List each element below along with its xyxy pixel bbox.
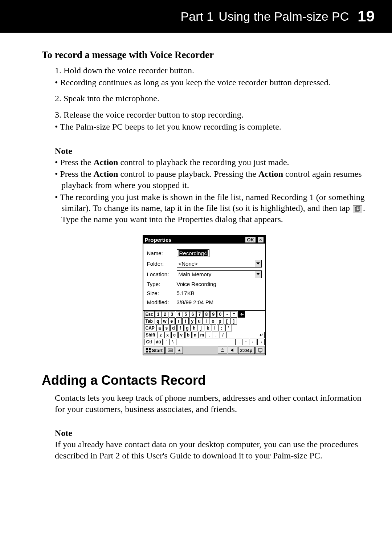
ok-button[interactable]: OK: [245, 237, 256, 243]
chevron-down-icon[interactable]: [255, 271, 261, 278]
step-2-num: 2.: [55, 94, 64, 103]
enter-key[interactable]: ↵: [226, 332, 264, 338]
kbd-key[interactable]: 2: [162, 311, 168, 318]
kbd-key[interactable]: 9: [210, 311, 217, 318]
step-3-text: Release the voice recorder button to sto…: [64, 110, 244, 119]
kbd-key[interactable]: Shift: [144, 332, 157, 338]
step-1: 1. Hold down the voice recorder button.: [55, 65, 367, 76]
kbd-key[interactable]: ]: [230, 318, 237, 325]
kbd-key[interactable]: CAP: [144, 325, 156, 331]
kbd-key[interactable]: k: [205, 325, 211, 331]
kbd-key[interactable]: j: [198, 325, 204, 331]
kbd-row-3: CAP a s d f g h j k l ; ': [144, 325, 265, 331]
desktop-button[interactable]: [256, 347, 265, 354]
kbd-key[interactable]: g: [184, 325, 191, 331]
name-field[interactable]: Recording4: [177, 249, 210, 257]
kbd-row-4: Shift z x c v b n m , . / ↵: [144, 332, 265, 338]
kbd-key[interactable]: /: [220, 332, 226, 338]
kbd-key[interactable]: f: [177, 325, 184, 331]
kbd-key[interactable]: ,: [206, 332, 212, 338]
spacebar-key[interactable]: [177, 339, 236, 345]
header-part: Part 1: [181, 9, 214, 24]
note-label: Note: [55, 146, 367, 156]
label-modified: Modified:: [147, 299, 177, 305]
kbd-key[interactable]: 1: [155, 311, 162, 318]
kbd-key[interactable]: \: [170, 339, 176, 345]
contacts-note-text: If you already have contact data on your…: [55, 439, 367, 461]
taskbar-up[interactable]: [176, 347, 183, 354]
arrow-left-key[interactable]: ←: [250, 339, 257, 345]
step-2-text: Speak into the microphone.: [64, 94, 159, 103]
taskbar-clock[interactable]: 2:04p: [238, 347, 255, 354]
type-value: Voice Recording: [177, 281, 262, 287]
kbd-key[interactable]: `: [163, 339, 170, 345]
contacts-heading: Adding a Contacts Record: [42, 373, 367, 388]
kbd-key[interactable]: c: [171, 332, 178, 338]
kbd-key[interactable]: z: [158, 332, 164, 338]
arrow-right-key[interactable]: →: [257, 339, 265, 345]
kbd-key[interactable]: ;: [219, 325, 225, 331]
arrow-up-key[interactable]: ↑: [243, 339, 249, 345]
kbd-key[interactable]: b: [185, 332, 192, 338]
kbd-key[interactable]: w: [162, 318, 168, 325]
tray-icon-1[interactable]: [218, 347, 227, 354]
kbd-key[interactable]: Tab: [144, 318, 154, 325]
kbd-key[interactable]: i: [203, 318, 209, 325]
kbd-key[interactable]: l: [212, 325, 218, 331]
kbd-key[interactable]: r: [175, 318, 182, 325]
kbd-key[interactable]: p: [217, 318, 223, 325]
step-1-text: Hold down the voice recorder button.: [64, 66, 194, 75]
kbd-key[interactable]: 0: [217, 311, 224, 318]
kbd-key[interactable]: .: [213, 332, 219, 338]
kbd-key[interactable]: áü: [155, 339, 163, 345]
kbd-key[interactable]: Esc: [144, 311, 155, 318]
svg-rect-3: [149, 348, 151, 350]
arrow-down-key[interactable]: ↓: [236, 339, 242, 345]
kbd-key[interactable]: 7: [196, 311, 203, 318]
kbd-key[interactable]: x: [164, 332, 171, 338]
location-combo[interactable]: Main Memory: [177, 270, 262, 278]
note-bullet-1: • Press the Action control to playback t…: [55, 157, 367, 168]
properties-icon: [353, 205, 362, 213]
backspace-key[interactable]: [238, 311, 245, 318]
kbd-key[interactable]: =: [231, 311, 237, 318]
kbd-key[interactable]: t: [182, 318, 189, 325]
keyboard-toggle[interactable]: [166, 347, 175, 354]
kbd-key[interactable]: ': [225, 325, 232, 331]
start-button[interactable]: Start: [144, 347, 165, 354]
kbd-key[interactable]: h: [191, 325, 197, 331]
kbd-key[interactable]: Ctl: [144, 339, 154, 345]
label-folder: Folder:: [147, 261, 177, 267]
chevron-down-icon[interactable]: [255, 260, 261, 267]
folder-combo[interactable]: <None>: [177, 260, 262, 268]
dialog-title: Properties: [145, 237, 244, 243]
kbd-key[interactable]: q: [155, 318, 161, 325]
close-button[interactable]: ×: [257, 237, 264, 243]
kbd-key[interactable]: d: [170, 325, 177, 331]
kbd-key[interactable]: e: [168, 318, 175, 325]
kbd-key[interactable]: a: [156, 325, 163, 331]
kbd-key[interactable]: n: [192, 332, 199, 338]
kbd-key[interactable]: s: [163, 325, 170, 331]
svg-rect-5: [149, 351, 151, 352]
onscreen-keyboard[interactable]: Esc 1 2 3 4 5 6 7 8 9 0 - =: [143, 310, 265, 346]
kbd-key[interactable]: [: [224, 318, 230, 325]
kbd-key[interactable]: y: [189, 318, 196, 325]
note-bold: Action: [258, 169, 283, 179]
kbd-key[interactable]: -: [224, 311, 230, 318]
kbd-key[interactable]: 4: [176, 311, 182, 318]
kbd-key[interactable]: m: [199, 332, 206, 338]
kbd-key[interactable]: o: [210, 318, 216, 325]
label-type: Type:: [147, 281, 177, 287]
tray-icon-2[interactable]: [228, 347, 237, 354]
kbd-key[interactable]: 5: [183, 311, 189, 318]
step-2: 2. Speak into the microphone.: [55, 93, 367, 104]
step-1-num: 1.: [55, 66, 64, 75]
kbd-key[interactable]: 3: [169, 311, 175, 318]
kbd-key[interactable]: v: [178, 332, 185, 338]
kbd-key[interactable]: 8: [203, 311, 210, 318]
kbd-key[interactable]: 6: [189, 311, 196, 318]
kbd-key[interactable]: u: [196, 318, 203, 325]
folder-value: <None>: [177, 260, 255, 267]
step-1-bullet: • Recording continues as long as you kee…: [55, 77, 367, 88]
